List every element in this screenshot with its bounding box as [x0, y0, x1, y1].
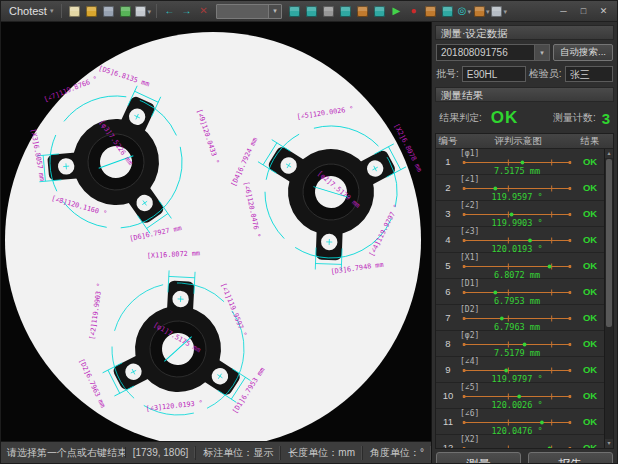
pick-point-icon[interactable] [423, 4, 438, 19]
toolbar-separator [156, 4, 157, 18]
table-row[interactable]: 4[∠3]120.0193 °OK [436, 227, 613, 253]
new-doc-icon[interactable] [67, 4, 82, 19]
row-diagram: [X2] [460, 435, 576, 449]
batch-input[interactable]: E90HL [462, 66, 526, 82]
result-badge: OK [576, 409, 604, 434]
row-number: 2 [436, 175, 460, 200]
dataset-select[interactable]: 201808091756 ▾ [436, 44, 550, 61]
app-menu[interactable]: Chotest▾ [6, 4, 56, 18]
camera-icon[interactable] [355, 4, 370, 19]
result-badge: OK [576, 175, 604, 200]
play-icon: ▶ [393, 6, 401, 16]
scroll-down-icon[interactable]: ▾ [605, 439, 613, 448]
measure-button[interactable]: 测量 [436, 452, 521, 464]
measurement-value: 6.8072 mm [460, 271, 574, 279]
table-row[interactable]: 7[D2]6.7963 mmOK [436, 305, 613, 331]
close-button[interactable]: ✕ [595, 4, 612, 19]
header-diagram: 评判示意图 [460, 135, 576, 148]
inspector-input[interactable]: 张三 [565, 66, 613, 82]
measurement-name: [φ1] [460, 150, 574, 158]
measurement-name: [∠4] [460, 358, 574, 366]
table-row[interactable]: 5[X1]6.8072 mmOK [436, 253, 613, 279]
dataset-value: 201808091756 [437, 47, 534, 58]
row-number: 11 [436, 409, 460, 434]
panels-icon[interactable] [372, 4, 387, 19]
result-badge: OK [576, 331, 604, 356]
redo-arrow-icon[interactable]: → [179, 4, 194, 19]
count-value: 3 [602, 110, 610, 127]
inspector-label: 检验员: [529, 67, 562, 81]
table-scrollbar[interactable]: ▴ ▾ [604, 149, 613, 448]
scrollbar-thumb[interactable] [606, 159, 612, 327]
row-diagram: [D2]6.7963 mm [460, 305, 576, 330]
table-header: 编号 评判示意图 结果 [436, 134, 613, 149]
record-icon: ● [410, 6, 416, 16]
measurement-name: [X1] [460, 254, 574, 262]
import-icon[interactable] [101, 4, 116, 19]
angle-unit-status: 角度单位：° [362, 446, 431, 460]
window-controls: ─□✕ [555, 4, 612, 19]
measurement-value: 119.9903 ° [460, 219, 574, 227]
chevron-down-icon[interactable]: ▾ [268, 5, 281, 18]
open-folder-icon[interactable] [84, 4, 99, 19]
report-button[interactable]: 报告 [528, 452, 613, 464]
table-row[interactable]: 12[X2]OK [436, 435, 613, 449]
measured-value-marker [500, 317, 504, 321]
measured-value-marker [540, 421, 544, 425]
record-icon[interactable]: ● [406, 4, 421, 19]
app-window: Chotest▾▾←→✕▾▶●◎▾▾▾─□✕ [D5]6.8135 mm[∠7]… [0, 0, 618, 464]
maximize-button[interactable]: □ [575, 4, 592, 19]
table-row[interactable]: 10[∠5]120.0026 °OK [436, 383, 613, 409]
measurement-name: [X2] [460, 436, 574, 444]
measurement-value: 7.5175 mm [460, 167, 574, 175]
table-row[interactable]: 11[∠6]120.0476 °OK [436, 409, 613, 435]
row-number: 10 [436, 383, 460, 408]
circle-tool-icon[interactable]: ◎▾ [457, 4, 472, 19]
measurement-value: 120.0026 ° [460, 401, 574, 409]
select-tool-icon[interactable] [440, 4, 455, 19]
image-icon[interactable] [287, 4, 302, 19]
layout-icon[interactable]: ▾ [474, 4, 490, 19]
table-row[interactable]: 9[∠4]119.9797 °OK [436, 357, 613, 383]
row-number: 7 [436, 305, 460, 330]
row-diagram: [φ2]7.5179 mm [460, 331, 576, 356]
scroll-up-icon[interactable]: ▴ [605, 149, 613, 158]
magnifier-icon[interactable] [304, 4, 319, 19]
undo-arrow-icon[interactable]: ← [162, 4, 177, 19]
save-icon[interactable]: ▾ [135, 4, 151, 19]
table-row[interactable]: 1[φ1]7.5175 mmOK [436, 149, 613, 175]
result-badge: OK [576, 227, 604, 252]
delete-icon[interactable]: ✕ [196, 4, 211, 19]
row-number: 12 [436, 435, 460, 449]
stage-svg: [D5]6.8135 mm[∠7]119.8766 °[∠9]120.0433 … [1, 22, 431, 441]
measured-value-marker [548, 265, 552, 269]
grid-icon [323, 6, 334, 17]
zoom-combo[interactable]: ▾ [216, 4, 282, 19]
row-number: 8 [436, 331, 460, 356]
minimize-button[interactable]: ─ [555, 4, 572, 19]
grid-icon[interactable] [321, 4, 336, 19]
chevron-down-icon: ▾ [147, 8, 151, 15]
monitor-icon[interactable] [338, 4, 353, 19]
chevron-down-icon[interactable]: ▾ [534, 45, 549, 60]
edit-program-icon[interactable] [118, 4, 133, 19]
row-diagram: [φ1]7.5175 mm [460, 149, 576, 174]
panel-buttons: 测量 报告 [435, 449, 614, 464]
main-area: [D5]6.8135 mm[∠7]119.8766 °[∠9]120.0433 … [1, 22, 617, 463]
left-column: [D5]6.8135 mm[∠7]119.8766 °[∠9]120.0433 … [1, 22, 431, 463]
measurement-canvas[interactable]: [D5]6.8135 mm[∠7]119.8766 °[∠9]120.0433 … [1, 22, 431, 441]
table-row[interactable]: 2[∠1]119.9597 °OK [436, 175, 613, 201]
result-section-header: 测量结果 [435, 87, 614, 102]
auto-search-button[interactable]: 自动搜索... [553, 44, 613, 61]
row-diagram: [∠4]119.9797 ° [460, 357, 576, 382]
export-icon[interactable]: ▾ [491, 4, 507, 19]
magnifier-icon [306, 6, 317, 17]
row-diagram: [∠6]120.0476 ° [460, 409, 576, 434]
play-icon[interactable]: ▶ [389, 4, 404, 19]
table-row[interactable]: 8[φ2]7.5179 mmOK [436, 331, 613, 357]
status-bar: 请选择第一个点或右键结束 [1739, 1806] 标注单位：显示 长度单位：m… [1, 441, 431, 463]
table-row[interactable]: 6[D1]6.7953 mmOK [436, 279, 613, 305]
table-row[interactable]: 3[∠2]119.9903 °OK [436, 201, 613, 227]
measurement-name: [D2] [460, 306, 574, 314]
image-icon [289, 6, 300, 17]
